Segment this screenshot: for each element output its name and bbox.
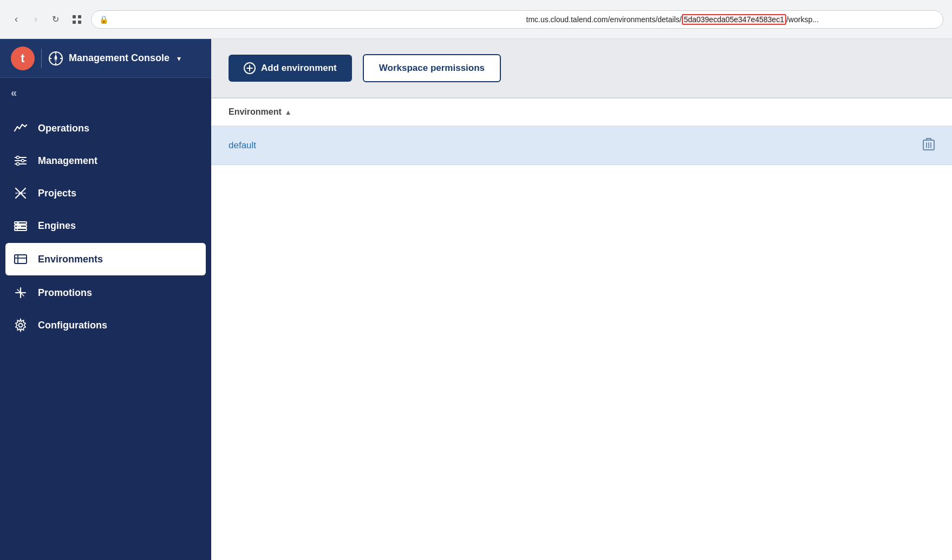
operations-label: Operations <box>38 123 89 134</box>
app-container: t Management Console ▾ « <box>0 39 952 560</box>
sidebar-item-engines[interactable]: Engines <box>0 209 211 242</box>
talend-logo: t <box>11 47 35 70</box>
configurations-icon <box>13 318 28 333</box>
engines-icon <box>13 218 28 233</box>
sidebar-divider <box>41 49 42 68</box>
add-environment-button[interactable]: Add environment <box>229 55 352 82</box>
grid-button[interactable] <box>69 12 84 27</box>
sidebar-item-management[interactable]: Management <box>0 144 211 177</box>
url-before: tmc.us.cloud.talend.com/environments/det… <box>526 15 682 24</box>
sidebar-collapse-btn[interactable]: « <box>0 78 211 108</box>
table-container: Environment ▲ default <box>211 98 952 560</box>
address-bar-text: tmc.us.cloud.talend.com/environments/det… <box>526 14 936 25</box>
sidebar-header: t Management Console ▾ <box>0 39 211 78</box>
compass-wrap: Management Console ▾ <box>48 51 181 66</box>
reload-button[interactable]: ↻ <box>48 12 63 27</box>
nav-buttons: ‹ › ↻ <box>9 12 84 27</box>
promotions-label: Promotions <box>38 287 92 299</box>
engines-label: Engines <box>38 220 76 232</box>
svg-rect-1 <box>78 15 81 18</box>
svg-point-15 <box>17 156 19 159</box>
promotions-icon <box>13 285 28 300</box>
toolbar: Add environment Workspace permissions <box>211 39 952 98</box>
management-icon <box>13 153 28 168</box>
sidebar-item-configurations[interactable]: Configurations <box>0 309 211 341</box>
environments-icon <box>13 252 28 267</box>
sidebar: t Management Console ▾ « <box>0 39 211 560</box>
environment-name-link[interactable]: default <box>229 140 256 151</box>
projects-label: Projects <box>38 188 76 199</box>
address-bar-container[interactable]: 🔒 tmc.us.cloud.talend.com/environments/d… <box>91 10 943 29</box>
environments-label: Environments <box>38 254 103 265</box>
browser-chrome: ‹ › ↻ 🔒 tmc.us.cloud.talend.com/environm… <box>0 0 952 39</box>
svg-rect-0 <box>73 15 76 18</box>
sidebar-item-operations[interactable]: Operations <box>0 112 211 144</box>
add-icon <box>244 62 256 74</box>
sidebar-item-promotions[interactable]: Promotions <box>0 276 211 309</box>
add-environment-label: Add environment <box>261 63 337 74</box>
workspace-permissions-label: Workspace permissions <box>379 63 485 73</box>
url-highlighted: 5da039ecda05e347e4583ec1 <box>682 14 786 25</box>
svg-rect-27 <box>15 255 27 263</box>
logo-letter: t <box>21 51 24 65</box>
projects-icon <box>13 186 28 201</box>
workspace-permissions-button[interactable]: Workspace permissions <box>363 54 501 82</box>
collapse-arrows-icon[interactable]: « <box>11 87 17 99</box>
svg-rect-3 <box>78 21 81 24</box>
configurations-label: Configurations <box>38 320 107 331</box>
sidebar-item-environments[interactable]: Environments <box>5 243 206 275</box>
sidebar-item-projects[interactable]: Projects <box>0 177 211 209</box>
back-button[interactable]: ‹ <box>9 12 24 27</box>
sort-arrow-icon[interactable]: ▲ <box>285 108 292 116</box>
console-title: Management Console <box>69 52 169 64</box>
svg-rect-2 <box>73 21 76 24</box>
main-content: Add environment Workspace permissions En… <box>211 39 952 560</box>
url-after: /worksp... <box>786 15 819 24</box>
lock-icon: 🔒 <box>99 15 108 24</box>
table-header-row: Environment ▲ <box>211 98 952 127</box>
console-dropdown-arrow[interactable]: ▾ <box>177 54 181 63</box>
table-row: default <box>211 127 952 165</box>
forward-button[interactable]: › <box>28 12 43 27</box>
svg-rect-23 <box>15 228 27 230</box>
svg-point-17 <box>17 163 19 166</box>
management-label: Management <box>38 155 97 167</box>
column-environment-label: Environment <box>229 107 282 117</box>
operations-icon <box>13 121 28 136</box>
svg-rect-21 <box>15 222 27 224</box>
sidebar-nav: Operations Management <box>0 108 211 560</box>
svg-point-33 <box>19 324 23 327</box>
svg-point-16 <box>22 160 24 162</box>
address-bar-input[interactable] <box>113 15 522 24</box>
column-environment[interactable]: Environment ▲ <box>229 107 292 117</box>
delete-row-icon[interactable] <box>923 137 935 154</box>
compass-icon <box>48 51 63 66</box>
